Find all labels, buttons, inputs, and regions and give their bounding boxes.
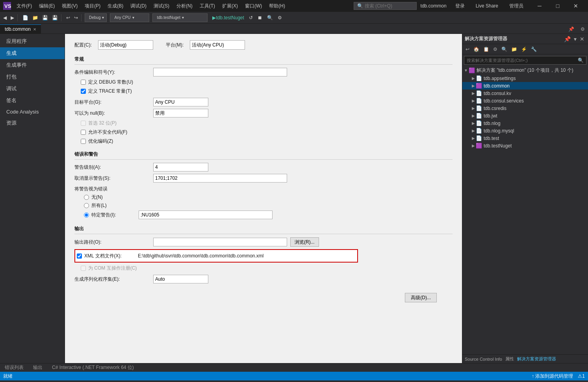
tree-item-csredis[interactable]: ▶ 📄 tdb.csredis: [462, 104, 588, 112]
solution-toolbar-btn-8[interactable]: 🔧: [529, 46, 538, 53]
open-button[interactable]: 📁: [31, 14, 40, 21]
optimize-checkbox[interactable]: [81, 139, 86, 144]
sidebar-item-resources[interactable]: 资源: [0, 117, 65, 129]
xml-doc-path-input[interactable]: [138, 252, 356, 260]
none-radio[interactable]: [84, 195, 89, 200]
solution-explorer-settings[interactable]: ⚙: [577, 25, 588, 34]
sidebar-item-build-events[interactable]: 生成事件: [0, 59, 65, 71]
run-button[interactable]: ▶ tdb.testNuget: [211, 14, 245, 21]
specific-warnings-input[interactable]: [139, 211, 273, 219]
panel-pin-button[interactable]: 📌: [563, 36, 572, 42]
tree-item-consul-kv[interactable]: ▶ 📄 tdb.consul.kv: [462, 89, 588, 97]
sidebar-item-sign[interactable]: 签名: [0, 95, 65, 106]
solution-explorer-link[interactable]: 解决方案资源管理器: [517, 356, 556, 362]
specific-radio[interactable]: [84, 212, 89, 218]
solution-toolbar-btn-3[interactable]: 📋: [482, 46, 491, 53]
tab-tdb-common[interactable]: tdb.common ✕: [0, 24, 41, 34]
menu-debug[interactable]: 调试(D): [127, 1, 150, 11]
sidebar-item-debug[interactable]: 调试: [0, 83, 65, 95]
tree-item-nlog-mysql[interactable]: ▶ 📄 tdb.nlog.mysql: [462, 127, 588, 134]
sidebar-item-build[interactable]: 生成: [0, 47, 65, 59]
define-debug-checkbox[interactable]: [81, 80, 86, 85]
maximize-button[interactable]: □: [549, 0, 567, 12]
menu-analyze[interactable]: 分析(N): [173, 1, 196, 11]
tree-item-common[interactable]: ▶ 🟪 tdb.common: [462, 82, 588, 89]
platform-select[interactable]: 活动(Any CPU): [190, 40, 245, 50]
menu-help[interactable]: 帮助(H): [266, 1, 288, 11]
config-dropdown[interactable]: Debug ▾: [85, 13, 107, 22]
browse-button[interactable]: 浏览(R)...: [290, 237, 319, 247]
suppress-warnings-input[interactable]: [153, 174, 287, 183]
menu-edit[interactable]: 编辑(E): [36, 1, 58, 11]
sidebar-item-app[interactable]: 应用程序: [0, 35, 65, 47]
solution-toolbar-btn-6[interactable]: 📁: [510, 46, 519, 53]
undo-button[interactable]: ↩: [65, 14, 72, 21]
source-control-link[interactable]: Source Control Info: [465, 357, 502, 362]
solution-explorer-pin[interactable]: 📌: [565, 25, 577, 34]
tree-item-jwt[interactable]: ▶ 📄 tdb.jwt: [462, 112, 588, 119]
menu-file[interactable]: 文件(F): [13, 1, 35, 11]
project-dropdown[interactable]: tdb.testNuget ▾: [152, 13, 208, 22]
panel-dropdown-button[interactable]: ▾: [573, 36, 578, 42]
close-button[interactable]: ✕: [567, 0, 585, 12]
panel-search-input[interactable]: [467, 58, 578, 63]
tab-close-icon[interactable]: ✕: [33, 27, 36, 32]
bottom-tab-errors[interactable]: 错误列表: [0, 363, 28, 372]
zoom-button[interactable]: 🔍: [265, 14, 275, 21]
solution-toolbar-btn-2[interactable]: 🏠: [472, 46, 481, 53]
title-search-box[interactable]: 🔍: [354, 2, 417, 10]
conditional-symbols-input[interactable]: [153, 68, 287, 76]
menu-build[interactable]: 生成(B): [104, 1, 126, 11]
solution-toolbar-btn-4[interactable]: ⚙: [492, 46, 499, 53]
menu-extensions[interactable]: 扩展(X): [219, 1, 241, 11]
settings-button[interactable]: ⚙: [276, 14, 284, 21]
title-search-input[interactable]: [365, 3, 412, 9]
sidebar-item-package[interactable]: 打包: [0, 71, 65, 83]
refresh-button[interactable]: ↺: [247, 14, 254, 21]
minimize-button[interactable]: ─: [530, 0, 549, 12]
warning-level-select[interactable]: 4: [153, 163, 208, 171]
xml-doc-checkbox[interactable]: [77, 253, 82, 259]
tree-item-test[interactable]: ▶ 📄 tdb.test: [462, 134, 588, 142]
save-all-button[interactable]: 💾: [50, 14, 59, 21]
live-share-button[interactable]: Live Share: [472, 2, 502, 10]
menu-project[interactable]: 项目(P): [82, 1, 104, 11]
advanced-button[interactable]: 高级(D)...: [405, 293, 437, 302]
config-select[interactable]: 活动(Debug): [98, 40, 153, 50]
bottom-tab-interactive[interactable]: C# Interactive (.NET Framework 64 位): [47, 363, 139, 372]
back-button[interactable]: ◀: [2, 14, 8, 21]
tree-root[interactable]: ▼ 🟪 解决方案 "tdb.common" (10 个项目，共 10 个): [462, 66, 588, 75]
solution-toolbar-btn-5[interactable]: 🔍: [500, 46, 509, 53]
properties-link[interactable]: 属性: [505, 356, 514, 362]
solution-toolbar-btn-1[interactable]: ↩: [464, 46, 471, 53]
panel-search-box[interactable]: 🔍: [464, 56, 586, 65]
new-file-button[interactable]: 📄: [21, 14, 30, 21]
menu-tools[interactable]: 工具(T): [197, 1, 218, 11]
all-radio[interactable]: [84, 203, 89, 208]
stop-button[interactable]: ⏹: [256, 14, 264, 21]
menu-test[interactable]: 测试(S): [150, 1, 173, 11]
menu-window[interactable]: 窗口(W): [242, 1, 265, 11]
save-button[interactable]: 💾: [41, 14, 50, 21]
menu-view[interactable]: 视图(V): [59, 1, 81, 11]
tree-item-appsettings[interactable]: ▶ 📄 tdb.appsettings: [462, 75, 588, 82]
platform-dropdown[interactable]: Any CPU ▾: [110, 13, 149, 22]
admin-button[interactable]: 管理员: [505, 1, 527, 11]
tree-item-consul-services[interactable]: ▶ 📄 tdb.consul.services: [462, 97, 588, 104]
prefer32bit-checkbox[interactable]: [81, 121, 86, 126]
bottom-tab-output[interactable]: 输出: [28, 363, 47, 372]
status-git[interactable]: ↑ 添加到源代码管理: [532, 373, 573, 380]
solution-toolbar-btn-7[interactable]: ⚡: [519, 46, 529, 53]
unsafe-code-checkbox[interactable]: [81, 130, 86, 135]
panel-close-button[interactable]: ✕: [579, 36, 586, 42]
output-path-input[interactable]: [153, 238, 287, 246]
tree-item-testnuget[interactable]: ▶ 🟪 tdb.testNuget: [462, 142, 588, 149]
define-trace-checkbox[interactable]: [81, 89, 86, 94]
redo-button[interactable]: ↪: [72, 14, 80, 21]
com-register-checkbox[interactable]: [81, 266, 86, 271]
forward-button[interactable]: ▶: [9, 14, 16, 21]
login-button[interactable]: 登录: [451, 1, 469, 11]
nullable-select[interactable]: 禁用: [153, 109, 208, 117]
tree-item-nlog[interactable]: ▶ 📄 tdb.nlog: [462, 119, 588, 127]
sidebar-item-code-analysis[interactable]: Code Analysis: [0, 106, 65, 117]
